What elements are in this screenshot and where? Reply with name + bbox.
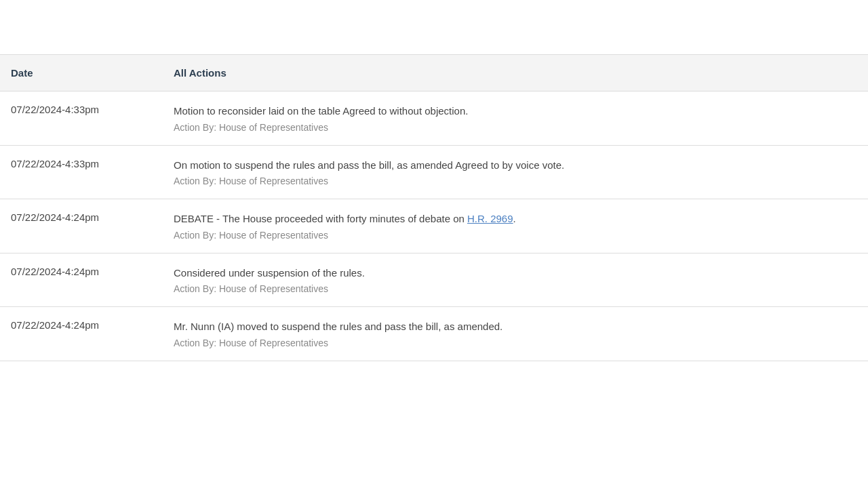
- table-header-row: Date All Actions: [0, 55, 868, 92]
- action-text: Motion to reconsider laid on the table A…: [174, 104, 857, 119]
- actions-column-header: All Actions: [163, 55, 868, 92]
- action-cell: On motion to suspend the rules and pass …: [163, 145, 868, 199]
- date-cell: 07/22/2024-4:24pm: [0, 199, 163, 253]
- action-cell: Mr. Nunn (IA) moved to suspend the rules…: [163, 307, 868, 361]
- action-by: Action By: House of Representatives: [174, 230, 857, 241]
- action-text: Mr. Nunn (IA) moved to suspend the rules…: [174, 319, 857, 335]
- page-wrapper: Date All Actions 07/22/2024-4:33pmMotion…: [0, 0, 868, 361]
- date-cell: 07/22/2024-4:33pm: [0, 145, 163, 199]
- action-text: DEBATE - The House proceeded with forty …: [174, 211, 857, 227]
- table-row: 07/22/2024-4:33pmMotion to reconsider la…: [0, 92, 868, 146]
- action-link[interactable]: H.R. 2969: [467, 213, 513, 224]
- date-cell: 07/22/2024-4:24pm: [0, 307, 163, 361]
- table-row: 07/22/2024-4:33pmOn motion to suspend th…: [0, 145, 868, 199]
- action-cell: DEBATE - The House proceeded with forty …: [163, 199, 868, 253]
- table-row: 07/22/2024-4:24pmConsidered under suspen…: [0, 253, 868, 307]
- action-cell: Motion to reconsider laid on the table A…: [163, 92, 868, 146]
- action-text: Considered under suspension of the rules…: [174, 266, 857, 281]
- date-cell: 07/22/2024-4:33pm: [0, 92, 163, 146]
- action-cell: Considered under suspension of the rules…: [163, 253, 868, 307]
- action-by: Action By: House of Representatives: [174, 338, 857, 348]
- table-row: 07/22/2024-4:24pmMr. Nunn (IA) moved to …: [0, 307, 868, 361]
- table-row: 07/22/2024-4:24pmDEBATE - The House proc…: [0, 199, 868, 253]
- action-by: Action By: House of Representatives: [174, 283, 857, 294]
- actions-table: Date All Actions 07/22/2024-4:33pmMotion…: [0, 54, 868, 361]
- action-by: Action By: House of Representatives: [174, 176, 857, 186]
- action-text: On motion to suspend the rules and pass …: [174, 158, 857, 174]
- action-by: Action By: House of Representatives: [174, 122, 857, 133]
- date-cell: 07/22/2024-4:24pm: [0, 253, 163, 307]
- date-column-header: Date: [0, 55, 163, 92]
